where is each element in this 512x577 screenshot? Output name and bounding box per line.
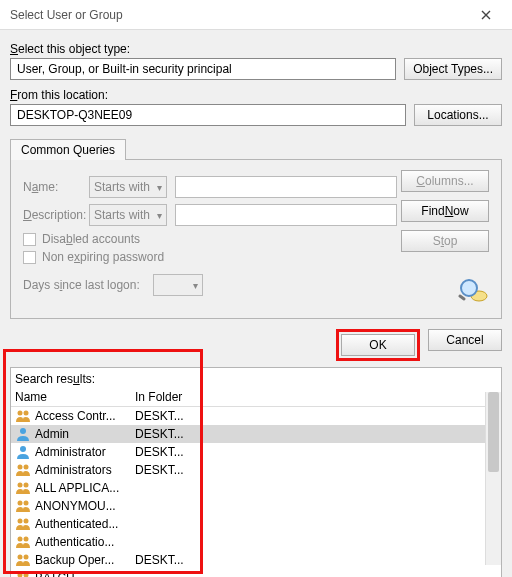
days-since-combo: ▾ [153, 274, 203, 296]
result-name: Access Contr... [35, 409, 135, 423]
result-row[interactable]: BATCH [11, 569, 501, 577]
cancel-button[interactable]: Cancel [428, 329, 502, 351]
svg-point-10 [24, 483, 29, 488]
group-icon [15, 462, 31, 478]
svg-point-19 [18, 573, 23, 578]
location-label: From this location: [10, 88, 502, 102]
svg-point-12 [24, 501, 29, 506]
svg-point-3 [18, 411, 23, 416]
common-queries-pane: Name: Starts with ▾ Description: Starts … [10, 159, 502, 319]
object-types-button[interactable]: Object Types... [404, 58, 502, 80]
locations-button[interactable]: Locations... [414, 104, 502, 126]
svg-point-13 [18, 519, 23, 524]
svg-point-17 [18, 555, 23, 560]
chevron-down-icon: ▾ [157, 182, 162, 193]
svg-point-7 [18, 465, 23, 470]
title-bar: Select User or Group [0, 0, 512, 30]
result-row[interactable]: Authenticated... [11, 515, 501, 533]
scrollbar-thumb[interactable] [488, 392, 499, 472]
svg-point-18 [24, 555, 29, 560]
window-title: Select User or Group [10, 8, 123, 22]
close-button[interactable] [466, 1, 506, 29]
result-row[interactable]: ALL APPLICA... [11, 479, 501, 497]
result-folder: DESKT... [135, 445, 497, 459]
result-name: Admin [35, 427, 135, 441]
result-row[interactable]: ANONYMOU... [11, 497, 501, 515]
group-icon [15, 408, 31, 424]
result-row[interactable]: Authenticatio... [11, 533, 501, 551]
group-icon [15, 498, 31, 514]
svg-point-6 [20, 446, 26, 452]
description-match-combo: Starts with ▾ [89, 204, 167, 226]
object-type-field[interactable] [10, 58, 396, 80]
svg-point-5 [20, 428, 26, 434]
days-since-label: Days since last logon: [23, 278, 153, 292]
result-row[interactable]: Backup Oper...DESKT... [11, 551, 501, 569]
result-row[interactable]: AdminDESKT... [11, 425, 501, 443]
stop-button: Stop [401, 230, 489, 252]
ok-button[interactable]: OK [341, 334, 415, 356]
result-name: Authenticated... [35, 517, 135, 531]
search-results-label: Search results: [11, 368, 501, 386]
non-expiring-checkbox: Non expiring password [23, 250, 397, 264]
svg-point-8 [24, 465, 29, 470]
results-scrollbar[interactable] [485, 392, 501, 565]
svg-point-16 [24, 537, 29, 542]
name-label: Name: [23, 180, 89, 194]
ok-highlight: OK [336, 329, 420, 361]
result-name: ANONYMOU... [35, 499, 135, 513]
location-field[interactable] [10, 104, 406, 126]
name-input [175, 176, 397, 198]
description-input [175, 204, 397, 226]
group-icon [15, 552, 31, 568]
result-name: Authenticatio... [35, 535, 135, 549]
group-icon [15, 516, 31, 532]
group-icon [15, 480, 31, 496]
result-name: Administrator [35, 445, 135, 459]
result-row[interactable]: Access Contr...DESKT... [11, 407, 501, 425]
result-folder: DESKT... [135, 427, 497, 441]
chevron-down-icon: ▾ [193, 280, 198, 291]
object-type-label: Select this object type: [10, 42, 502, 56]
tab-common-queries[interactable]: Common Queries [10, 139, 126, 160]
result-row[interactable]: AdministratorsDESKT... [11, 461, 501, 479]
svg-point-20 [24, 573, 29, 578]
close-icon [481, 10, 491, 20]
column-header-folder[interactable]: In Folder [135, 390, 497, 404]
user-icon [15, 444, 31, 460]
find-now-button[interactable]: Find Now [401, 200, 489, 222]
svg-point-11 [18, 501, 23, 506]
result-folder: DESKT... [135, 409, 497, 423]
magnifier-icon [455, 276, 489, 304]
svg-point-4 [24, 411, 29, 416]
group-icon [15, 570, 31, 577]
results-list[interactable]: Access Contr...DESKT...AdminDESKT...Admi… [11, 407, 501, 577]
disabled-accounts-checkbox: Disabled accounts [23, 232, 397, 246]
result-row[interactable]: AdministratorDESKT... [11, 443, 501, 461]
search-results-panel: Search results: Name In Folder Access Co… [10, 367, 502, 577]
chevron-down-icon: ▾ [157, 210, 162, 221]
result-folder: DESKT... [135, 463, 497, 477]
svg-point-14 [24, 519, 29, 524]
svg-point-1 [461, 280, 477, 296]
group-icon [15, 534, 31, 550]
result-name: Backup Oper... [35, 553, 135, 567]
result-folder: DESKT... [135, 553, 497, 567]
columns-button: Columns... [401, 170, 489, 192]
svg-point-9 [18, 483, 23, 488]
name-match-combo: Starts with ▾ [89, 176, 167, 198]
column-header-name[interactable]: Name [15, 390, 135, 404]
svg-point-15 [18, 537, 23, 542]
user-icon [15, 426, 31, 442]
description-label: Description: [23, 208, 89, 222]
result-name: BATCH [35, 571, 135, 577]
result-name: ALL APPLICA... [35, 481, 135, 495]
result-name: Administrators [35, 463, 135, 477]
